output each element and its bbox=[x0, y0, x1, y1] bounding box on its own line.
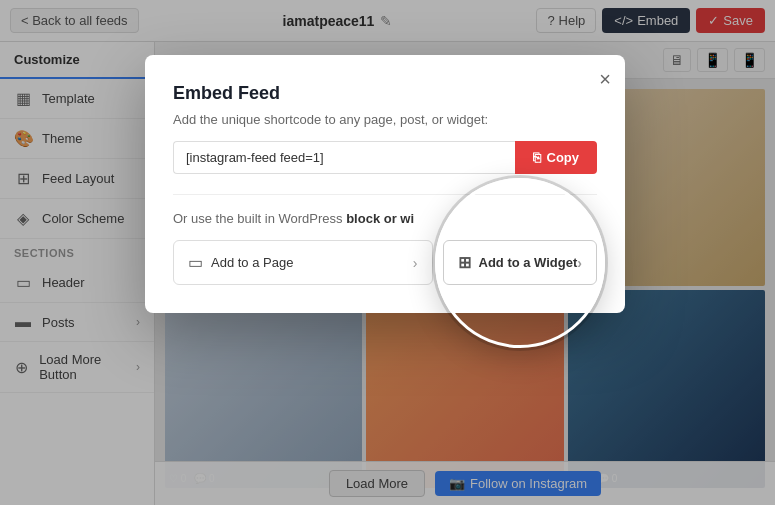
copy-button[interactable]: ⎘ Copy bbox=[515, 141, 598, 174]
add-page-label: Add to a Page bbox=[211, 255, 293, 270]
widget-button-wrapper: ⊞ Add to a Widget › bbox=[443, 240, 598, 285]
modal-title: Embed Feed bbox=[173, 83, 597, 104]
add-widget-chevron-icon: › bbox=[577, 255, 582, 271]
add-widget-left: ⊞ Add to a Widget bbox=[458, 253, 578, 272]
modal-overlay: × Embed Feed Add the unique shortcode to… bbox=[0, 0, 775, 505]
modal-divider bbox=[173, 194, 597, 195]
copy-label: Copy bbox=[547, 150, 580, 165]
wordpress-bold: block or wi bbox=[346, 211, 414, 226]
wordpress-text: Or use the built in WordPress block or w… bbox=[173, 211, 597, 226]
add-widget-label: Add to a Widget bbox=[479, 255, 578, 270]
modal-close-button[interactable]: × bbox=[599, 69, 611, 89]
add-to-page-button[interactable]: ▭ Add to a Page › bbox=[173, 240, 433, 285]
close-icon: × bbox=[599, 68, 611, 90]
action-buttons: ▭ Add to a Page › ⊞ Add to a Widget › bbox=[173, 240, 597, 285]
modal-subtitle: Add the unique shortcode to any page, po… bbox=[173, 112, 597, 127]
add-to-widget-button[interactable]: ⊞ Add to a Widget › bbox=[443, 240, 598, 285]
copy-icon: ⎘ bbox=[533, 150, 541, 165]
add-page-chevron-icon: › bbox=[413, 255, 418, 271]
shortcode-row: ⎘ Copy bbox=[173, 141, 597, 174]
add-widget-icon: ⊞ bbox=[458, 253, 471, 272]
add-page-left: ▭ Add to a Page bbox=[188, 253, 293, 272]
shortcode-input[interactable] bbox=[173, 141, 515, 174]
embed-modal: × Embed Feed Add the unique shortcode to… bbox=[145, 55, 625, 313]
add-page-icon: ▭ bbox=[188, 253, 203, 272]
